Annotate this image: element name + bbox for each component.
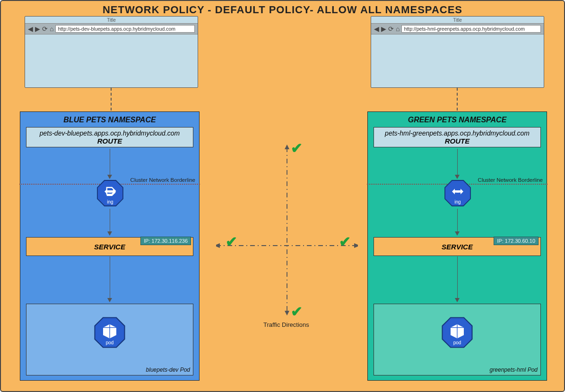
- check-icon: ✔: [291, 303, 303, 320]
- url-bar[interactable]: http://pets-dev-bluepets.apps.ocp.hybrid…: [55, 25, 195, 33]
- namespace-title: GREEN PETS NAMESPACE: [374, 116, 541, 124]
- ingress-label: ing: [443, 199, 472, 205]
- svg-marker-12: [285, 311, 289, 315]
- arrow: [455, 149, 460, 179]
- traffic-directions: ✔ ✔ ✔ ✔ Traffic Directions: [216, 143, 358, 313]
- route-box: pets-dev-bluepets.apps.ocp.hybridmycloud…: [26, 127, 193, 147]
- pod-name: bluepets-dev Pod: [146, 366, 190, 373]
- svg-marker-15: [354, 243, 358, 248]
- traffic-label: Traffic Directions: [263, 321, 309, 328]
- pod-icon-label: pod: [93, 340, 126, 345]
- route-host: pets-hml-greenpets.apps.ocp.hybridmyclou…: [377, 129, 538, 137]
- reload-icon[interactable]: ⟳: [42, 26, 48, 32]
- forward-icon[interactable]: ▶: [381, 26, 386, 32]
- namespace-title: BLUE PETS NAMESPACE: [26, 116, 193, 124]
- browser-right: Title ◀ ▶ ⟳ ⌂ http://pets-hml-greenpets.…: [371, 16, 544, 88]
- browser-toolbar: ◀ ▶ ⟳ ⌂ http://pets-dev-bluepets.apps.oc…: [25, 24, 198, 34]
- service-box: SERVICE IP: 172.30.116.236: [26, 237, 193, 256]
- borderline-label: Cluster Network Borderline: [130, 177, 195, 183]
- check-icon: ✔: [291, 140, 303, 156]
- service-ip-badge: IP: 172.30.116.236: [140, 237, 191, 245]
- page-title: NETWORK POLICY - DEFAULT POLICY- ALLOW A…: [1, 1, 564, 16]
- connector-dashed: [457, 88, 458, 111]
- arrow: [455, 209, 460, 236]
- arrow: [107, 149, 112, 179]
- home-icon[interactable]: ⌂: [396, 26, 400, 32]
- arrow: [107, 256, 112, 302]
- svg-marker-14: [216, 243, 220, 248]
- service-ip-badge: IP: 172.30.60.10: [494, 237, 539, 245]
- browser-left: Title ◀ ▶ ⟳ ⌂ http://pets-dev-bluepets.a…: [25, 16, 198, 88]
- reload-icon[interactable]: ⟳: [388, 26, 394, 32]
- route-box: pets-hml-greenpets.apps.ocp.hybridmyclou…: [374, 127, 541, 147]
- pod-panel: pod greenpets-hml Pod: [374, 304, 541, 375]
- pod-icon-label: pod: [441, 340, 474, 345]
- ingress-icon: ing: [443, 179, 472, 207]
- namespace-green: GREEN PETS NAMESPACE pets-hml-greenpets.…: [367, 111, 547, 381]
- check-icon: ✔: [226, 233, 237, 250]
- route-label: ROUTE: [377, 137, 538, 145]
- pod-icon: pod: [93, 316, 126, 349]
- namespace-blue: BLUE PETS NAMESPACE pets-dev-bluepets.ap…: [20, 111, 200, 381]
- pod-icon: pod: [441, 316, 474, 349]
- back-icon[interactable]: ◀: [28, 26, 33, 32]
- diagram-canvas: NETWORK POLICY - DEFAULT POLICY- ALLOW A…: [0, 0, 565, 392]
- connector-dashed: [111, 88, 112, 111]
- pod-name: greenpets-hml Pod: [490, 366, 538, 373]
- browser-title-label: Title: [371, 17, 544, 24]
- pod-panel: pod bluepets-dev Pod: [26, 304, 193, 375]
- svg-marker-11: [285, 145, 289, 149]
- route-label: ROUTE: [29, 137, 190, 145]
- ingress-icon: ing: [96, 179, 124, 207]
- browser-toolbar: ◀ ▶ ⟳ ⌂ http://pets-hml-greenpets.apps.o…: [371, 24, 544, 34]
- browser-title-label: Title: [25, 17, 198, 24]
- forward-icon[interactable]: ▶: [35, 26, 40, 32]
- service-label: SERVICE: [94, 243, 125, 251]
- back-icon[interactable]: ◀: [374, 26, 379, 32]
- route-host: pets-dev-bluepets.apps.ocp.hybridmycloud…: [29, 129, 190, 137]
- url-bar[interactable]: http://pets-hml-greenpets.apps.ocp.hybri…: [401, 25, 541, 33]
- arrow: [107, 209, 112, 236]
- service-box: SERVICE IP: 172.30.60.10: [374, 237, 541, 256]
- borderline-label: Cluster Network Borderline: [478, 177, 543, 183]
- home-icon[interactable]: ⌂: [50, 26, 53, 32]
- service-label: SERVICE: [442, 243, 473, 251]
- ingress-label: ing: [96, 199, 124, 205]
- check-icon: ✔: [339, 233, 351, 250]
- arrow: [455, 256, 460, 302]
